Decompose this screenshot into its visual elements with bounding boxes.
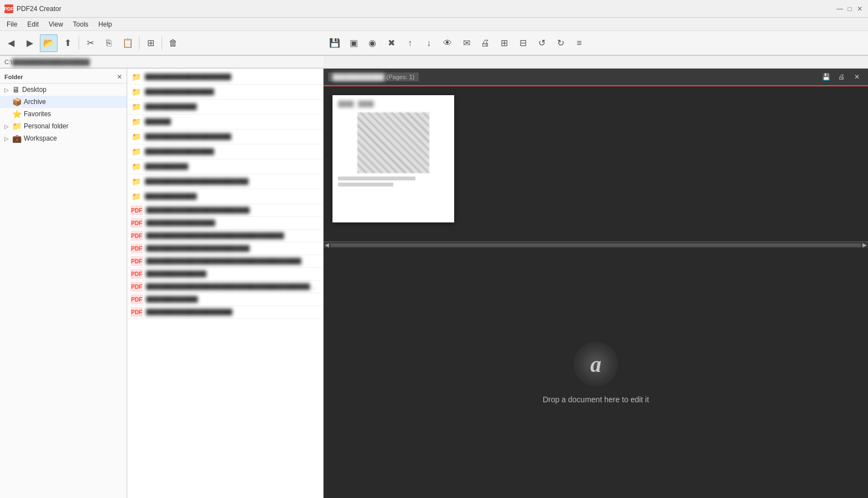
tree-item-workspace[interactable]: ▷ 💼 Workspace — [0, 132, 127, 144]
list-item[interactable]: PDF ████████████████████████ — [128, 204, 322, 217]
grid2-button[interactable]: ⊟ — [514, 34, 532, 52]
menu-tools[interactable]: Tools — [69, 19, 93, 29]
tree-item-personal[interactable]: ▷ 📁 Personal folder — [0, 120, 127, 132]
list-item[interactable]: 📁 ████████████ — [128, 189, 322, 204]
forward-button[interactable]: ▶ — [21, 34, 39, 52]
preview-close-button[interactable]: ✕ — [850, 70, 864, 84]
pdf-icon: PDF — [131, 256, 143, 266]
align-button[interactable]: ≡ — [570, 34, 588, 52]
pdf-icon: PDF — [131, 231, 143, 241]
pdf-page: ████ ████ — [332, 95, 454, 222]
email-button[interactable]: ✉ — [458, 34, 475, 52]
preview-tabs: ████████████ (Pages: 1) — [328, 72, 419, 81]
cross-button[interactable]: ✖ — [382, 34, 400, 52]
file-name: ████████████ — [145, 193, 320, 200]
workspace-label: Workspace — [24, 134, 57, 142]
menu-help[interactable]: Help — [94, 19, 117, 29]
menu-edit[interactable]: Edit — [23, 19, 43, 29]
file-name: ████████████████████ — [145, 74, 320, 80]
file-name: ████████████████ — [145, 148, 320, 155]
list-item[interactable]: PDF ████████████████████████ — [128, 242, 322, 255]
preview-print-button[interactable]: 🖨 — [835, 70, 848, 84]
left-panel: Folder ✕ ▷ 🖥 Desktop 📦 Archive ⭐ Favorit… — [0, 69, 324, 498]
grid-button[interactable]: ⊞ — [142, 34, 159, 52]
print-button[interactable]: 🖨 — [476, 34, 494, 52]
folder-icon: 📁 — [131, 190, 142, 203]
folder-header: Folder ✕ — [0, 71, 127, 84]
list-item[interactable]: PDF ████████████████████████████████ — [128, 230, 322, 242]
expand-icon-workspace: ▷ — [3, 135, 10, 142]
drop-zone[interactable]: a Drop a document here to edit it — [324, 248, 868, 498]
close-panel-button[interactable]: ✕ — [117, 73, 122, 81]
tree-item-desktop[interactable]: ▷ 🖥 Desktop — [0, 84, 127, 96]
toolbar-separator-3 — [162, 37, 162, 50]
list-item[interactable]: 📁 ██████ — [128, 115, 322, 129]
archive-label: Archive — [24, 98, 46, 106]
file-name: ████████████████████ — [146, 309, 320, 315]
file-name: ████████████████████████ — [145, 178, 320, 185]
layers-button[interactable]: ◉ — [363, 34, 381, 52]
folder-icon: 📁 — [131, 160, 142, 173]
cut-button[interactable]: ✂ — [81, 34, 99, 52]
up-button[interactable]: ⬆ — [59, 34, 76, 52]
scroll-right-button[interactable]: ▶ — [861, 242, 868, 248]
path-text: C:\██████████████████ — [4, 59, 90, 65]
scroll-left-button[interactable]: ◀ — [324, 242, 330, 248]
tree-item-favorites[interactable]: ⭐ Favorites — [0, 108, 127, 120]
open-folder-button[interactable]: 📂 — [40, 34, 58, 52]
eye-button[interactable]: 👁 — [439, 34, 456, 52]
rotate-right-button[interactable]: ↻ — [552, 34, 569, 52]
up-arrow-button[interactable]: ↑ — [401, 34, 419, 52]
list-item[interactable]: PDF ████████████████ — [128, 217, 322, 230]
tab-pages: (Pages: 1) — [387, 74, 415, 80]
rotate-left-button[interactable]: ↺ — [533, 34, 550, 52]
file-name: ████████████████████████ — [146, 207, 320, 214]
paste-button[interactable]: 📋 — [119, 34, 137, 52]
menu-view[interactable]: View — [44, 19, 67, 29]
list-item[interactable]: 📁 ████████████████████ — [128, 129, 322, 144]
right-panel: ████████████ (Pages: 1) 💾 🖨 ✕ ████ ████ — [324, 69, 868, 498]
menu-bar: File Edit View Tools Help — [0, 18, 868, 31]
list-item[interactable]: PDF ████████████████████████████████████ — [128, 255, 322, 268]
file-list: 📁 ████████████████████ 📁 ███████████████… — [127, 69, 323, 498]
preview-save-button[interactable]: 💾 — [819, 70, 833, 84]
list-item[interactable]: PDF ████████████████████ — [128, 306, 322, 319]
copy-button[interactable]: ⎘ — [100, 34, 118, 52]
expand-icon-favorites — [3, 111, 10, 117]
pdf-scrollbar[interactable]: ◀ ▶ — [324, 241, 868, 248]
compress-button[interactable]: ⊞ — [495, 34, 513, 52]
list-item[interactable]: 📁 ████████████████████ — [128, 70, 322, 85]
list-item[interactable]: PDF ████████████ — [128, 293, 322, 306]
workspace-icon: 💼 — [12, 134, 22, 143]
list-item[interactable]: PDF ████████████████████████████████████… — [128, 281, 322, 293]
frame-button[interactable]: ▣ — [345, 34, 362, 52]
expand-icon-desktop: ▷ — [3, 86, 10, 93]
menu-file[interactable]: File — [2, 19, 22, 29]
desktop-icon: 🖥 — [12, 85, 20, 94]
pdf-icon: PDF — [131, 243, 143, 253]
list-item[interactable]: 📁 ████████████████████████ — [128, 174, 322, 189]
main-content: Folder ✕ ▷ 🖥 Desktop 📦 Archive ⭐ Favorit… — [0, 69, 868, 498]
scrollbar-track[interactable] — [330, 243, 861, 247]
save-button[interactable]: 💾 — [326, 34, 344, 52]
minimize-button[interactable]: — — [836, 5, 844, 13]
list-item[interactable]: 📁 ████████████ — [128, 100, 322, 115]
list-item[interactable]: 📁 ██████████ — [128, 159, 322, 174]
list-item[interactable]: PDF ██████████████ — [128, 268, 322, 281]
file-name: ██████████████ — [146, 271, 320, 277]
desktop-label: Desktop — [22, 86, 46, 94]
tree-item-archive[interactable]: 📦 Archive — [0, 96, 127, 108]
down-arrow-button[interactable]: ↓ — [420, 34, 438, 52]
window-controls: — □ ✕ — [836, 5, 864, 13]
file-name: ████████████████ — [146, 220, 320, 226]
folder-tree: Folder ✕ ▷ 🖥 Desktop 📦 Archive ⭐ Favorit… — [0, 69, 127, 498]
back-button[interactable]: ◀ — [2, 34, 20, 52]
list-item[interactable]: 📁 ████████████████ — [128, 85, 322, 100]
maximize-button[interactable]: □ — [846, 5, 854, 13]
list-item[interactable]: 📁 ████████████████ — [128, 144, 322, 159]
delete-button[interactable]: 🗑 — [164, 34, 182, 52]
file-name: ████████████ — [145, 103, 320, 110]
drop-icon: a — [574, 342, 618, 386]
preview-tab[interactable]: ████████████ (Pages: 1) — [328, 72, 419, 81]
close-button[interactable]: ✕ — [856, 5, 864, 13]
